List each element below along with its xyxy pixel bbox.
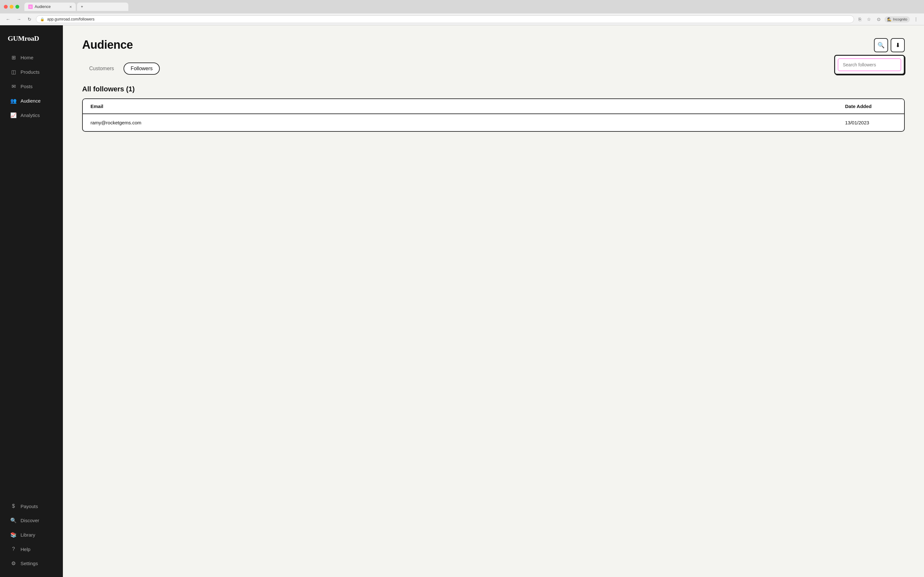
sidebar-label-settings: Settings	[21, 561, 38, 566]
followers-table: Email Date Added ramy@rocketgems.com 13/…	[82, 98, 905, 132]
tab-close-button[interactable]: ✕	[69, 5, 72, 9]
sidebar-item-help[interactable]: ? Help	[3, 542, 60, 556]
browser-nav: ← → ↻ 🔒 app.gumroad.com/followers ⎘ ☆ ⊙ …	[0, 13, 924, 25]
maximize-window-button[interactable]	[15, 5, 19, 9]
follower-date: 13/01/2023	[845, 120, 897, 125]
section-title: All followers (1)	[82, 85, 905, 93]
lock-icon: 🔒	[40, 17, 45, 21]
new-tab-button[interactable]: +	[77, 3, 128, 11]
url-text: app.gumroad.com/followers	[47, 17, 94, 21]
incognito-badge: 🕵 Incognito	[885, 16, 910, 23]
bookmark-icon[interactable]: ☆	[865, 15, 873, 23]
tab-followers[interactable]: Followers	[124, 63, 160, 75]
sidebar-item-discover[interactable]: 🔍 Discover	[3, 514, 60, 527]
sidebar-bottom: ? Help ⚙ Settings	[0, 542, 63, 571]
incognito-label: Incognito	[893, 17, 907, 21]
sidebar-label-audience: Audience	[21, 98, 41, 103]
close-window-button[interactable]	[4, 5, 8, 9]
search-dropdown	[834, 55, 905, 75]
cast-icon[interactable]: ⎘	[857, 15, 863, 23]
sidebar-label-payouts: Payouts	[21, 504, 38, 509]
posts-icon: ✉	[10, 83, 17, 89]
browser-tab-active[interactable]: G Audience ✕	[24, 3, 76, 11]
minimize-window-button[interactable]	[10, 5, 13, 9]
analytics-icon: 📈	[10, 112, 17, 118]
page-header: Audience 🔍 ⬇	[82, 38, 905, 52]
payouts-icon: $	[10, 503, 17, 509]
settings-icon: ⚙	[10, 560, 17, 566]
profile-button[interactable]: ⊙	[875, 15, 883, 23]
sidebar: GUMroaD ⊞ Home ◫ Products ✉ Posts 👥 Audi…	[0, 25, 63, 577]
forward-button[interactable]: →	[15, 15, 23, 23]
sidebar-item-audience[interactable]: 👥 Audience	[3, 94, 60, 108]
header-actions: 🔍 ⬇	[874, 38, 905, 52]
products-icon: ◫	[10, 69, 17, 75]
address-bar[interactable]: 🔒 app.gumroad.com/followers	[36, 15, 854, 23]
sidebar-item-posts[interactable]: ✉ Posts	[3, 79, 60, 93]
incognito-icon: 🕵	[887, 17, 892, 21]
sidebar-item-home[interactable]: ⊞ Home	[3, 51, 60, 64]
back-button[interactable]: ←	[4, 15, 12, 23]
sidebar-item-payouts[interactable]: $ Payouts	[3, 500, 60, 513]
tab-favicon: G	[28, 5, 33, 9]
col-header-email: Email	[90, 103, 845, 109]
traffic-lights	[4, 5, 19, 9]
sidebar-item-analytics[interactable]: 📈 Analytics	[3, 108, 60, 122]
help-icon: ?	[10, 546, 17, 552]
tab-customers[interactable]: Customers	[82, 63, 121, 75]
browser-menu-button[interactable]: ⋮	[912, 15, 920, 23]
discover-icon: 🔍	[10, 517, 17, 524]
download-icon: ⬇	[895, 42, 900, 49]
browser-titlebar: G Audience ✕ +	[0, 0, 924, 13]
sidebar-label-home: Home	[21, 55, 33, 60]
table-row: ramy@rocketgems.com 13/01/2023	[83, 114, 904, 131]
sidebar-nav: ⊞ Home ◫ Products ✉ Posts 👥 Audience 📈 A…	[0, 50, 63, 571]
table-header: Email Date Added	[83, 99, 904, 114]
page-title: Audience	[82, 38, 133, 52]
download-button[interactable]: ⬇	[891, 38, 905, 52]
sidebar-label-help: Help	[21, 546, 31, 552]
sidebar-label-posts: Posts	[21, 84, 33, 89]
library-icon: 📚	[10, 532, 17, 538]
browser-tabs: G Audience ✕ +	[24, 3, 920, 11]
app-layout: GUMroaD ⊞ Home ◫ Products ✉ Posts 👥 Audi…	[0, 25, 924, 577]
home-icon: ⊞	[10, 55, 17, 61]
search-button[interactable]: 🔍	[874, 38, 888, 52]
sidebar-item-settings[interactable]: ⚙ Settings	[3, 556, 60, 570]
nav-actions: ⎘ ☆ ⊙ 🕵 Incognito ⋮	[857, 15, 920, 23]
main-content: Audience 🔍 ⬇ Customers Followers	[63, 25, 924, 577]
app-logo[interactable]: GUMroaD	[0, 32, 63, 50]
follower-email: ramy@rocketgems.com	[90, 120, 845, 125]
audience-icon: 👥	[10, 98, 17, 104]
col-header-date: Date Added	[845, 103, 897, 109]
sidebar-label-analytics: Analytics	[21, 113, 40, 118]
search-followers-input[interactable]	[838, 58, 901, 71]
tab-title: Audience	[35, 5, 51, 9]
sidebar-label-library: Library	[21, 532, 35, 538]
tabs: Customers Followers	[82, 63, 905, 75]
browser-chrome: G Audience ✕ + ← → ↻ 🔒 app.gumroad.com/f…	[0, 0, 924, 25]
sidebar-label-discover: Discover	[21, 518, 39, 523]
sidebar-item-products[interactable]: ◫ Products	[3, 65, 60, 79]
search-icon: 🔍	[877, 42, 885, 49]
reload-button[interactable]: ↻	[26, 15, 33, 23]
sidebar-label-products: Products	[21, 69, 39, 75]
sidebar-item-library[interactable]: 📚 Library	[3, 528, 60, 542]
